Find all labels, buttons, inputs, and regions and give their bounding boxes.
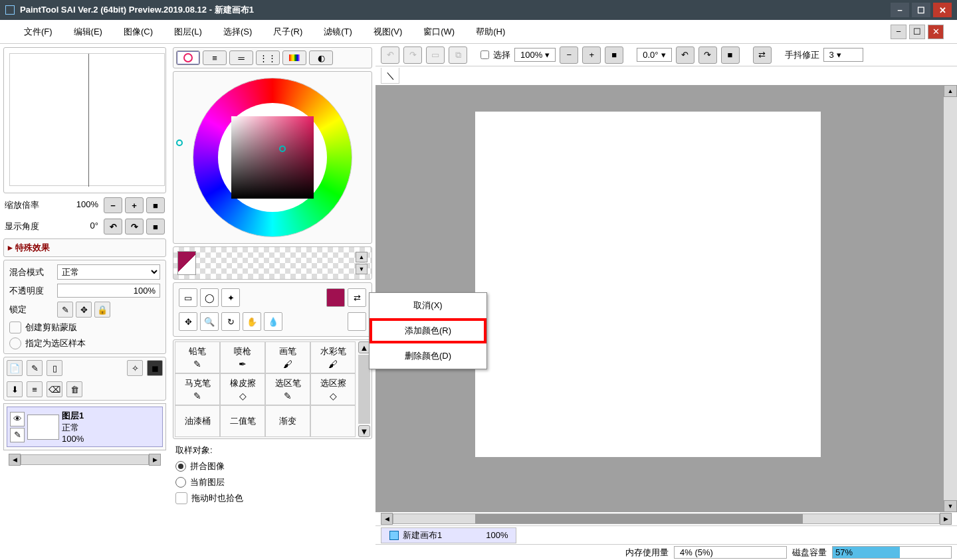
canvas-zoom-reset[interactable]: ■ bbox=[605, 47, 623, 64]
clipping-mask-row[interactable]: 创建剪贴蒙版 bbox=[7, 320, 163, 335]
swap-color-icon[interactable]: ⇄ bbox=[348, 288, 366, 307]
stabilizer-field[interactable]: 3 ▾ bbox=[823, 48, 863, 62]
zoom-tool[interactable]: 🔍 bbox=[200, 312, 219, 331]
layer-hscroll[interactable]: ◀ ▶ bbox=[9, 453, 161, 466]
swatches-mode[interactable] bbox=[282, 50, 306, 65]
brush-bucket[interactable]: 油漆桶 bbox=[175, 405, 220, 437]
menu-view[interactable]: 视图(V) bbox=[363, 23, 413, 41]
maximize-button[interactable]: ☐ bbox=[912, 3, 930, 17]
canvas-angle-field[interactable]: 0.0° ▾ bbox=[637, 48, 671, 62]
sampling-merged-row[interactable]: 拼合图像 bbox=[175, 460, 370, 472]
hsv-slider-mode[interactable]: ═ bbox=[229, 50, 253, 65]
canvas-zoom-field[interactable]: 100% ▾ bbox=[514, 48, 556, 62]
close-button[interactable]: ✕ bbox=[933, 3, 952, 17]
zoom-reset-button[interactable]: ■ bbox=[146, 197, 165, 213]
merge-down-button[interactable]: ⬇ bbox=[7, 381, 23, 397]
eyedropper-tool[interactable]: 💧 bbox=[264, 312, 282, 331]
lock-all-icon[interactable]: 🔒 bbox=[94, 302, 110, 318]
menu-edit[interactable]: 编辑(E) bbox=[63, 23, 113, 41]
rgb-slider-mode[interactable]: ≡ bbox=[203, 50, 227, 65]
doc-minimize-button[interactable]: − bbox=[891, 25, 906, 39]
brush-sel-eraser[interactable]: 选区擦◇ bbox=[310, 373, 356, 405]
canvas-rotate-cw[interactable]: ↷ bbox=[698, 47, 717, 64]
hscroll-right[interactable]: ▶ bbox=[940, 513, 952, 525]
special-effects-header[interactable]: 特殊效果 bbox=[3, 238, 166, 257]
rotate-tool[interactable]: ↻ bbox=[221, 312, 240, 331]
sampling-drag-checkbox[interactable] bbox=[175, 492, 187, 504]
clear-layer-button[interactable]: ⌫ bbox=[47, 381, 62, 397]
vscroll-up[interactable]: ▲ bbox=[944, 85, 957, 97]
deselect-button[interactable]: ▭ bbox=[426, 47, 445, 64]
color-wheel-mode[interactable] bbox=[176, 50, 200, 65]
menu-select[interactable]: 选择(S) bbox=[213, 23, 263, 41]
sampling-current-row[interactable]: 当前图层 bbox=[175, 476, 370, 488]
menu-window[interactable]: 窗口(W) bbox=[413, 23, 465, 41]
brush-empty[interactable] bbox=[310, 405, 356, 437]
opacity-value[interactable]: 100% bbox=[57, 284, 160, 298]
menu-image[interactable]: 图像(C) bbox=[113, 23, 163, 41]
brush-eraser[interactable]: 橡皮擦◇ bbox=[220, 373, 265, 405]
rotate-ccw-button[interactable]: ↶ bbox=[104, 219, 122, 234]
select-checkbox[interactable] bbox=[480, 50, 489, 59]
color-sv-square[interactable] bbox=[231, 116, 314, 199]
layer-edit-icon[interactable]: ✎ bbox=[10, 428, 25, 442]
menu-filter[interactable]: 滤镜(T) bbox=[313, 23, 363, 41]
doc-maximize-button[interactable]: ☐ bbox=[909, 25, 925, 39]
transfer-button[interactable]: ✧ bbox=[127, 360, 143, 376]
layer-thumbnail[interactable] bbox=[27, 415, 59, 440]
menu-file[interactable]: 文件(F) bbox=[13, 23, 63, 41]
selection-sample-row[interactable]: 指定为选区样本 bbox=[7, 336, 163, 351]
canvas-zoom-out[interactable]: − bbox=[560, 47, 578, 64]
canvas-hscroll[interactable]: ◀ ▶ bbox=[381, 512, 952, 525]
brush-scroll-down[interactable]: ▼ bbox=[358, 425, 370, 437]
scratchpad-mode[interactable]: ◐ bbox=[309, 50, 333, 65]
brush-binary[interactable]: 二值笔 bbox=[220, 405, 265, 437]
brush-gradient[interactable]: 渐变 bbox=[265, 405, 310, 437]
menu-ruler[interactable]: 尺子(R) bbox=[263, 23, 313, 41]
hue-picker-dot[interactable] bbox=[176, 140, 183, 146]
sampling-drag-row[interactable]: 拖动时也拾色 bbox=[175, 492, 370, 504]
canvas[interactable] bbox=[475, 112, 821, 457]
lock-paint-icon[interactable]: ✎ bbox=[57, 302, 73, 318]
brush-brush[interactable]: 画笔🖌 bbox=[265, 341, 310, 373]
swatch-down[interactable]: ▼ bbox=[356, 264, 368, 274]
blend-mode-select[interactable]: 正常 bbox=[57, 264, 160, 280]
redo-button[interactable]: ↷ bbox=[403, 47, 422, 64]
brush-airbrush[interactable]: 喷枪✒ bbox=[220, 341, 265, 373]
fg-color-chip[interactable] bbox=[326, 288, 345, 307]
freehand-line-tool[interactable]: ＼ bbox=[381, 68, 399, 84]
wand-tool[interactable]: ✦ bbox=[221, 288, 240, 307]
new-group-button[interactable]: ▯ bbox=[47, 360, 62, 376]
sampling-merged-radio[interactable] bbox=[175, 461, 186, 472]
brush-marker[interactable]: 马克笔✎ bbox=[175, 373, 220, 405]
canvas-rotate-ccw[interactable]: ↶ bbox=[676, 47, 694, 64]
invert-sel-button[interactable]: ⧉ bbox=[449, 47, 467, 64]
menu-layer[interactable]: 图层(L) bbox=[163, 23, 213, 41]
zoom-out-button[interactable]: − bbox=[104, 197, 122, 213]
brush-pencil[interactable]: 铅笔✎ bbox=[175, 341, 220, 373]
current-swatch[interactable] bbox=[177, 251, 196, 275]
navigator[interactable] bbox=[3, 47, 166, 193]
hand-tool[interactable]: ✋ bbox=[243, 312, 261, 331]
brush-watercolor[interactable]: 水彩笔🖌 bbox=[310, 341, 356, 373]
rotate-cw-button[interactable]: ↷ bbox=[125, 219, 144, 234]
brush-sel-pen[interactable]: 选区笔✎ bbox=[265, 373, 310, 405]
layer-scroll-right[interactable]: ▶ bbox=[149, 454, 161, 466]
navigator-canvas[interactable] bbox=[9, 53, 165, 186]
sampling-current-radio[interactable] bbox=[175, 477, 186, 488]
move-tool[interactable]: ✥ bbox=[179, 312, 197, 331]
sv-picker-dot[interactable] bbox=[279, 145, 286, 152]
new-linework-button[interactable]: ✎ bbox=[27, 360, 43, 376]
layer-item[interactable]: 👁 ✎ 图层1 正常 100% bbox=[7, 407, 163, 447]
layer-visibility-icon[interactable]: 👁 bbox=[10, 412, 25, 426]
ctx-delete-color[interactable]: 删除颜色(D) bbox=[370, 343, 486, 369]
ctx-add-color[interactable]: 添加颜色(R) bbox=[370, 318, 486, 343]
selection-sample-checkbox[interactable] bbox=[9, 337, 21, 349]
color-wheel[interactable] bbox=[193, 78, 352, 237]
merge-visible-button[interactable]: ≡ bbox=[27, 381, 43, 397]
hscroll-left[interactable]: ◀ bbox=[381, 513, 393, 525]
canvas-zoom-in[interactable]: + bbox=[582, 47, 601, 64]
doc-close-button[interactable]: ✕ bbox=[928, 25, 944, 39]
mixer-mode[interactable]: ⋮⋮ bbox=[256, 50, 280, 65]
mask-button[interactable]: ◼ bbox=[147, 360, 163, 376]
